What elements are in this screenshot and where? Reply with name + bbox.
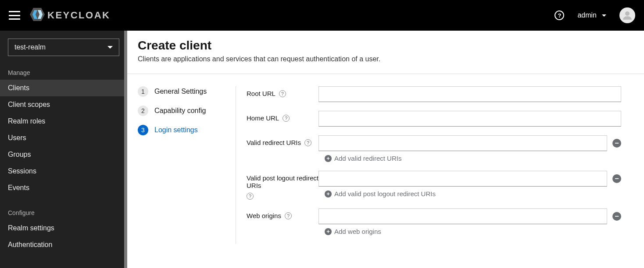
main-content: Create client Clients are applications a… (127, 31, 644, 268)
post-logout-input[interactable] (318, 171, 607, 187)
add-web-origins-button[interactable]: + Add web origins (318, 228, 621, 235)
page-subtitle: Clients are applications and services th… (138, 55, 633, 63)
page-title: Create client (138, 39, 633, 53)
sidebar-item-realm-roles[interactable]: Realm roles (0, 113, 127, 130)
root-url-label: Root URL (247, 90, 275, 97)
step-general-settings[interactable]: 1 General Settings (138, 86, 231, 97)
plus-icon: + (325, 190, 332, 197)
add-post-logout-button[interactable]: + Add valid post logout redirect URIs (318, 190, 621, 197)
remove-icon[interactable]: − (612, 212, 621, 221)
realm-selector[interactable]: test-realm (8, 39, 119, 56)
form-pane: Root URL ? Home URL ? (236, 86, 633, 244)
sidebar-section-configure: Configure (0, 204, 127, 220)
wizard-steps: 1 General Settings 2 Capability config 3… (138, 86, 236, 244)
plus-icon: + (325, 228, 332, 235)
web-origins-label: Web origins (247, 212, 281, 219)
remove-icon[interactable]: − (612, 139, 621, 148)
keycloak-logo-icon (30, 8, 45, 23)
remove-icon[interactable]: − (612, 174, 621, 183)
sidebar-item-authentication[interactable]: Authentication (0, 236, 127, 253)
sidebar: test-realm Manage Clients Client scopes … (0, 31, 127, 268)
avatar[interactable] (619, 7, 635, 23)
sidebar-item-users[interactable]: Users (0, 130, 127, 146)
sidebar-item-client-scopes[interactable]: Client scopes (0, 96, 127, 113)
sidebar-section-manage: Manage (0, 64, 127, 80)
brand-logo[interactable]: KEYCLOAK (30, 8, 110, 23)
valid-redirect-input[interactable] (318, 135, 607, 151)
help-icon[interactable]: ? (247, 193, 254, 200)
help-icon[interactable]: ? (285, 212, 292, 219)
app-header: KEYCLOAK ? admin (0, 0, 644, 31)
help-icon[interactable]: ? (283, 115, 290, 122)
sidebar-item-events[interactable]: Events (0, 180, 127, 196)
web-origins-input[interactable] (318, 208, 607, 224)
help-icon[interactable]: ? (304, 139, 311, 146)
sidebar-item-clients[interactable]: Clients (0, 80, 127, 96)
root-url-input[interactable] (318, 86, 621, 102)
help-icon[interactable]: ? (555, 11, 564, 20)
home-url-input[interactable] (318, 111, 621, 127)
user-name: admin (577, 11, 597, 19)
plus-icon: + (325, 155, 332, 162)
realm-name: test-realm (14, 43, 46, 51)
home-url-label: Home URL (247, 114, 279, 122)
add-valid-redirect-button[interactable]: + Add valid redirect URIs (318, 155, 621, 162)
step-login-settings[interactable]: 3 Login settings (138, 125, 231, 135)
brand-name: KEYCLOAK (47, 10, 110, 21)
caret-down-icon (107, 46, 113, 49)
svg-point-3 (625, 11, 630, 16)
user-menu[interactable]: admin (577, 11, 606, 19)
post-logout-label: Valid post logout redirect URIs (247, 174, 318, 189)
step-capability-config[interactable]: 2 Capability config (138, 106, 231, 116)
help-icon[interactable]: ? (279, 90, 286, 97)
valid-redirect-label: Valid redirect URIs (247, 139, 301, 146)
caret-down-icon (602, 14, 606, 17)
menu-toggle-icon[interactable] (9, 11, 20, 20)
sidebar-item-sessions[interactable]: Sessions (0, 163, 127, 180)
sidebar-item-groups[interactable]: Groups (0, 146, 127, 163)
sidebar-item-realm-settings[interactable]: Realm settings (0, 220, 127, 236)
